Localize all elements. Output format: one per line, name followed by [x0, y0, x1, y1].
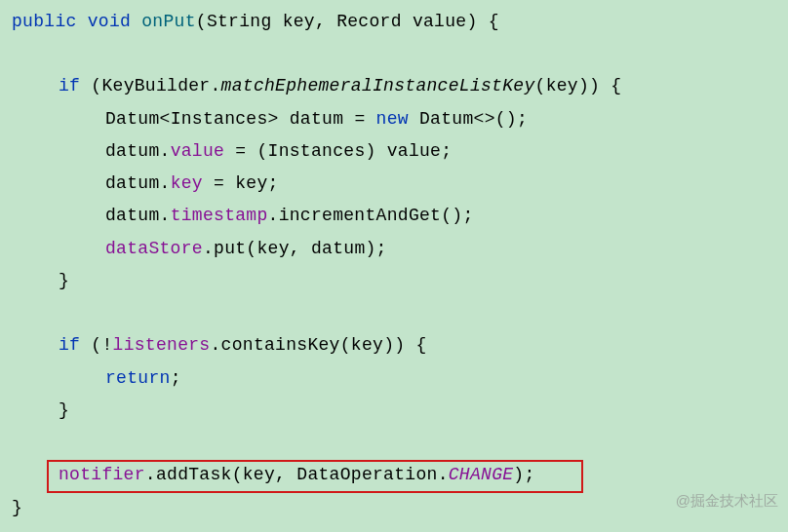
type-datum: Datum: [105, 109, 160, 129]
field-listeners: listeners: [113, 335, 211, 355]
open-paren: (: [535, 76, 546, 95]
arg-datum: datum: [311, 239, 366, 258]
parens: (): [441, 206, 462, 225]
space: [376, 141, 387, 161]
open-brace: {: [489, 12, 499, 31]
keyword-new: new: [376, 109, 409, 129]
semi: ;: [517, 109, 528, 129]
dot: .: [160, 141, 171, 161]
semi: ;: [171, 368, 181, 388]
code-line: return;: [12, 362, 788, 395]
dot: .: [210, 335, 220, 355]
semi: ;: [376, 239, 387, 258]
comma: ,: [275, 465, 296, 484]
close-paren: ): [466, 12, 477, 31]
open-paren: (: [246, 239, 256, 258]
dot: .: [268, 206, 279, 225]
dot: .: [160, 173, 171, 193]
code-line: public void onPut(String key, Record val…: [12, 6, 788, 38]
space: [405, 335, 415, 355]
dot: .: [438, 465, 449, 484]
open-paren: (: [340, 335, 351, 355]
type-dataoperation: DataOperation: [296, 465, 437, 484]
static-method: matchEphemeralInstanceListKey: [221, 76, 535, 95]
code-line-highlighted: notifier.addTask(key, DataOperation.CHAN…: [12, 459, 788, 491]
var-datum: datum: [105, 141, 160, 161]
var-value: value: [387, 141, 442, 161]
space: [131, 12, 141, 31]
param-key: key: [283, 12, 315, 31]
space: [478, 12, 489, 31]
code-line: datum.value = (Instances) value;: [12, 135, 788, 168]
semi: ;: [441, 141, 452, 161]
keyword-if: if: [59, 335, 80, 355]
close-paren: ): [366, 239, 376, 258]
keyword-if: if: [59, 76, 80, 95]
semi: ;: [524, 465, 534, 484]
space: [600, 76, 611, 95]
open-brace: {: [415, 335, 426, 355]
close-brace: }: [59, 271, 69, 290]
assign: =: [224, 141, 256, 161]
method-containskey: containsKey: [221, 335, 340, 355]
open-angle: <: [160, 109, 171, 129]
close-paren: ): [365, 141, 375, 161]
close-brace: }: [12, 498, 22, 517]
method-call: incrementAndGet: [279, 206, 442, 225]
semi: ;: [462, 206, 473, 225]
type-record: Record: [336, 12, 402, 31]
code-line: datum.key = key;: [12, 168, 788, 200]
keyword-return: return: [105, 368, 171, 388]
close-paren: ): [513, 465, 524, 484]
type-datum: Datum: [419, 109, 474, 129]
close-paren: ): [394, 335, 405, 355]
code-line: }: [12, 492, 788, 524]
code-line: if (!listeners.containsKey(key)) {: [12, 329, 788, 361]
space: [402, 12, 413, 31]
dot: .: [145, 465, 156, 484]
assign: =: [343, 109, 375, 129]
assign: =: [203, 173, 235, 193]
var-datum: datum: [105, 173, 160, 193]
code-editor-viewport: public void onPut(String key, Record val…: [0, 0, 788, 524]
var-datum: datum: [290, 109, 344, 129]
var-key: key: [235, 173, 267, 193]
comma: ,: [290, 239, 311, 258]
code-line: }: [12, 265, 788, 297]
field-notifier: notifier: [59, 465, 145, 484]
open-brace: {: [611, 76, 621, 95]
type-string: String: [207, 12, 272, 31]
method-addtask: addTask: [156, 465, 232, 484]
arg-key: key: [351, 335, 383, 355]
code-line: Datum<Instances> datum = new Datum<>();: [12, 103, 788, 135]
dot: .: [203, 239, 214, 258]
space: [272, 12, 283, 31]
empty-line: [12, 427, 788, 459]
code-line: datum.timestamp.incrementAndGet();: [12, 200, 788, 232]
comma: ,: [315, 12, 336, 31]
close-brace: }: [59, 400, 69, 420]
empty-line: [12, 297, 788, 329]
type-instances: Instances: [171, 109, 268, 129]
dot: .: [210, 76, 220, 95]
field-value: value: [171, 141, 225, 161]
close-paren: ): [589, 76, 600, 95]
arg-key: key: [243, 465, 275, 484]
code-line: }: [12, 395, 788, 427]
close-paren: ): [578, 76, 589, 95]
arg-key: key: [546, 76, 578, 95]
close-paren: ): [383, 335, 394, 355]
diamond: <>: [474, 109, 495, 129]
type-keybuilder: KeyBuilder: [101, 76, 210, 95]
keyword-public: public: [12, 12, 77, 31]
semi: ;: [268, 173, 279, 193]
method-name: onPut: [141, 12, 196, 31]
arg-key: key: [256, 239, 289, 258]
open-paren: (: [196, 12, 207, 31]
watermark-text: @掘金技术社区: [676, 487, 778, 514]
open-paren: (: [232, 465, 243, 484]
not-operator: !: [101, 335, 112, 355]
const-change: CHANGE: [449, 465, 514, 484]
field-datastore: dataStore: [105, 239, 203, 258]
parens: (): [495, 109, 517, 129]
